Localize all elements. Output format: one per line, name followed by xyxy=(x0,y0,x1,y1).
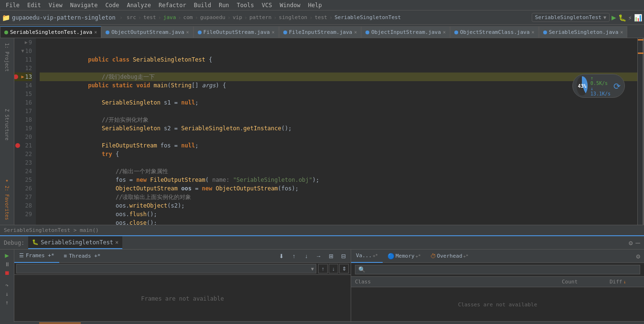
resume-icon[interactable]: ▶ xyxy=(5,251,9,259)
tab-close-btn[interactable]: × xyxy=(186,27,189,38)
menu-view[interactable]: View xyxy=(45,0,66,10)
up-icon[interactable]: ↑ xyxy=(289,251,299,261)
memory-tab[interactable]: 🔵 Memory +* xyxy=(383,250,426,263)
frames-tab-label: Frames +* xyxy=(26,249,54,262)
breakpoint-21[interactable] xyxy=(15,143,20,148)
coverage-button[interactable]: ⚡ xyxy=(628,14,632,21)
breadcrumb-java[interactable]: java xyxy=(163,14,176,21)
step-out-icon[interactable]: ↑ xyxy=(5,299,9,306)
threads-tab[interactable]: ≡ Threads +* xyxy=(59,250,106,263)
debug-minimize-icon[interactable]: — xyxy=(635,238,640,247)
debug-session-tab[interactable]: 🐛 SeriableSingletonTest × xyxy=(28,236,122,249)
down-icon[interactable]: ↓ xyxy=(301,251,311,261)
frame-nav-filter[interactable]: ⇕ xyxy=(339,264,349,273)
menu-bar: File Edit View Navigate Code Analyze Ref… xyxy=(0,0,644,10)
breadcrumb-com[interactable]: com xyxy=(183,14,193,21)
right-panel-settings-icon[interactable]: ⚙ xyxy=(633,252,644,260)
breadcrumb-test2[interactable]: test xyxy=(314,14,327,21)
menu-build[interactable]: Build xyxy=(190,0,215,10)
menu-vcs[interactable]: VCS xyxy=(258,0,276,10)
menu-run[interactable]: Run xyxy=(215,0,233,10)
fold-icon-10[interactable]: ▼ xyxy=(21,47,24,55)
menu-edit[interactable]: Edit xyxy=(23,0,45,10)
breadcrumb-test[interactable]: test xyxy=(143,14,156,21)
tab-label: ObjectStreamClass.java xyxy=(460,27,530,38)
structure-tool-icon[interactable]: Z Structure xyxy=(2,107,12,142)
debug-settings-icon[interactable]: ⚙ xyxy=(629,239,633,247)
favorites-tool-icon[interactable]: ★ 2: Favorites xyxy=(2,176,12,222)
java-enterprise-tab[interactable]: Java Enterprise xyxy=(194,323,249,324)
profile-button[interactable]: 📊 xyxy=(634,14,642,21)
project-tool-icon[interactable]: 1: Project xyxy=(2,41,12,73)
tab-close-btn[interactable]: × xyxy=(94,27,97,38)
line-num-27: 27 xyxy=(14,193,32,201)
tab-close-btn[interactable]: × xyxy=(532,27,535,38)
breadcrumb-src[interactable]: src xyxy=(127,14,136,21)
overhead-tab[interactable]: ⏱ Overhead +* xyxy=(426,250,473,263)
menu-code[interactable]: Code xyxy=(102,0,123,10)
breakpoint-13[interactable] xyxy=(14,74,18,79)
tab-close-btn[interactable]: × xyxy=(354,27,357,38)
grid-icon[interactable]: ⊞ xyxy=(326,251,336,261)
tab-object-output-stream[interactable]: ObjectOutputStream.java × xyxy=(101,26,193,38)
event-log-tab[interactable]: 🔔 Event Log xyxy=(595,323,640,324)
breadcrumb-singleton[interactable]: singleton xyxy=(279,14,308,21)
frame-dropdown[interactable]: ▼ xyxy=(16,264,316,273)
todo-tab[interactable]: 6: TODO xyxy=(85,323,114,324)
menu-refactor[interactable]: Refactor xyxy=(155,0,190,10)
debug-tab[interactable]: 🐛 5: Debug xyxy=(39,323,81,324)
frame-selector: ▼ ↑ ↓ ⇕ xyxy=(14,263,351,275)
code-lines[interactable]: public class SeriableSingletonTest { //我… xyxy=(36,38,637,225)
memory-upload-speed: ↑ 0.5K/s xyxy=(590,75,611,86)
threads-tab-icon: ≡ xyxy=(64,250,67,263)
pause-icon[interactable]: ⏸ xyxy=(4,261,10,268)
terminal-tab[interactable]: Terminal xyxy=(157,323,190,324)
tab-object-stream-class[interactable]: ObjectStreamClass.java × xyxy=(450,26,539,38)
debug-session-close[interactable]: × xyxy=(115,239,118,246)
tab-close-btn[interactable]: × xyxy=(272,27,275,38)
tab-object-input-stream[interactable]: ObjectInputStream.java × xyxy=(361,26,450,38)
breadcrumb-gupaoedu[interactable]: gupaoedu xyxy=(200,14,225,21)
run-button[interactable]: ▶ xyxy=(612,13,616,22)
stop-icon[interactable]: ⏹ xyxy=(4,270,10,276)
diff-sort-icon[interactable]: ↓ xyxy=(623,279,626,284)
step-over-icon[interactable]: ↷ xyxy=(5,282,9,289)
spring-tab[interactable]: 🌿 Spring xyxy=(118,323,154,324)
menu-help[interactable]: Help xyxy=(304,0,326,10)
menu-window[interactable]: Window xyxy=(276,0,304,10)
copy-icon[interactable]: → xyxy=(313,251,324,261)
tab-seriable-singleton[interactable]: SeriableSingleton.java × xyxy=(539,26,628,38)
code-editor[interactable]: ▶ 9 ▼10 11 12 ▶ 13 14 15 16 17 xyxy=(14,38,644,225)
menu-analyze[interactable]: Analyze xyxy=(123,0,155,10)
breadcrumb-vip[interactable]: vip xyxy=(233,14,242,21)
list-icon[interactable]: ⊟ xyxy=(338,251,349,261)
editor-scrollbar[interactable] xyxy=(637,38,644,225)
tab-seriable-singleton-test[interactable]: SeriableSingletonTest.java × xyxy=(0,26,101,38)
search-icon: 🔍 xyxy=(358,266,365,273)
frames-tab[interactable]: ☰ Frames +* xyxy=(14,250,59,263)
menu-file[interactable]: File xyxy=(2,0,23,10)
menu-tools[interactable]: Tools xyxy=(233,0,258,10)
search-input[interactable] xyxy=(365,267,637,272)
step-into-icon[interactable]: ↓ xyxy=(5,291,9,297)
variables-tab[interactable]: Va... +* xyxy=(351,250,383,263)
menu-navigate[interactable]: Navigate xyxy=(66,0,102,10)
frame-nav-down[interactable]: ↓ xyxy=(329,264,338,273)
frame-nav-up[interactable]: ↑ xyxy=(318,264,328,273)
fold-icon-9[interactable]: ▶ xyxy=(25,38,28,47)
tab-close-btn[interactable]: × xyxy=(620,27,623,38)
debug-search-bar[interactable]: 🔍 xyxy=(355,265,640,274)
frames-empty: Frames are not available xyxy=(14,275,351,322)
run-tab[interactable]: ▶ 4: Run xyxy=(4,323,35,324)
tab-file-output-stream[interactable]: FileOutputStream.java × xyxy=(193,26,279,38)
memory-gc-button[interactable]: ⟳ xyxy=(613,81,621,91)
tab-close-btn[interactable]: × xyxy=(443,27,446,38)
export-icon[interactable]: ⬇ xyxy=(276,251,287,261)
tab-file-input-stream[interactable]: FileInputStream.java × xyxy=(279,26,361,38)
breadcrumb-pattern[interactable]: pattern xyxy=(249,14,271,21)
run-config-dropdown[interactable]: SeriableSingletonTest ▼ xyxy=(532,13,610,22)
code-breadcrumb: SeriableSingletonTest > main() xyxy=(0,225,644,235)
breadcrumb-class[interactable]: SeriableSingletonTest xyxy=(334,14,401,21)
debug-button[interactable]: 🐛 xyxy=(618,14,626,21)
tab-icon-active xyxy=(4,31,8,34)
